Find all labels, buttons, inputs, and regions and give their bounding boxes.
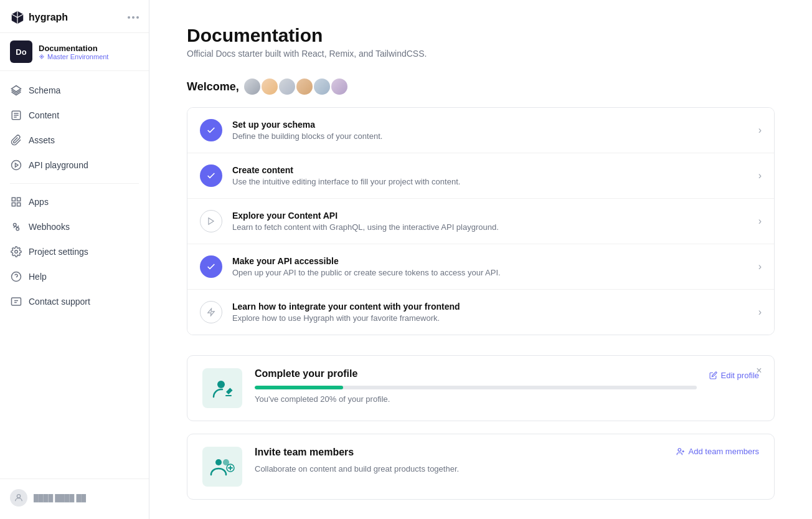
- logo-text: hygraph: [29, 12, 68, 23]
- progress-bar-track: [255, 386, 697, 389]
- step-desc-4: Open up your API to the public or create…: [232, 268, 748, 277]
- team-card-inner: Invite team members Collaborate on conte…: [202, 447, 759, 487]
- sidebar-item-assets[interactable]: Assets: [0, 128, 149, 152]
- step-icon-completed: [200, 119, 222, 141]
- sidebar-item-schema[interactable]: Schema: [0, 79, 149, 102]
- svg-marker-18: [208, 308, 215, 316]
- step-create-content[interactable]: Create content Use the intuitive editing…: [187, 153, 774, 199]
- team-card-actions: Add team members: [676, 447, 759, 457]
- welcome-prefix: Welcome,: [187, 80, 239, 93]
- main-content: Documentation Official Docs starter buil…: [149, 0, 812, 519]
- profile-illustration: [202, 368, 242, 408]
- apps-label: Apps: [29, 197, 49, 207]
- project-info[interactable]: Do Documentation Master Environment: [0, 33, 149, 71]
- chevron-right-icon-5: ›: [758, 307, 762, 318]
- edit-icon: [10, 109, 22, 121]
- sidebar-item-help[interactable]: Help: [0, 265, 149, 288]
- api-playground-label: API playground: [29, 160, 88, 170]
- welcome-avatar-strip: [244, 79, 347, 95]
- step-title-5: Learn how to integrate your content with…: [232, 302, 748, 312]
- svg-point-25: [677, 448, 681, 451]
- chevron-right-icon-3: ›: [758, 216, 762, 227]
- layers-icon: [10, 84, 22, 97]
- logo-icon: [10, 10, 25, 25]
- profile-status: You've completed 20% of your profile.: [255, 394, 697, 404]
- schema-label: Schema: [29, 85, 60, 95]
- sidebar-item-webhooks[interactable]: Webhooks: [0, 215, 149, 239]
- svg-rect-9: [17, 198, 21, 201]
- add-team-label: Add team members: [689, 447, 759, 456]
- profile-card-inner: Complete your profile You've completed 2…: [202, 368, 759, 408]
- page-title: Documentation: [187, 25, 775, 46]
- step-icon-completed-4: [200, 255, 222, 278]
- profile-card-body: Complete your profile You've completed 2…: [255, 368, 697, 404]
- close-button[interactable]: ×: [753, 364, 765, 377]
- webhook-icon: [10, 221, 22, 233]
- step-content: Set up your schema Define the building b…: [232, 120, 748, 141]
- add-team-members-link[interactable]: Add team members: [676, 447, 759, 456]
- svg-rect-8: [12, 198, 15, 201]
- user-name: ████ ████ ██: [34, 494, 86, 502]
- webhooks-label: Webhooks: [29, 222, 70, 232]
- chevron-right-icon-4: ›: [758, 261, 762, 272]
- svg-point-20: [215, 459, 222, 465]
- grid-icon: [10, 196, 22, 208]
- user-row[interactable]: ████ ████ ██: [0, 484, 149, 512]
- svg-point-12: [15, 250, 18, 254]
- step-content-3: Explore your Content API Learn to fetch …: [232, 211, 748, 232]
- step-icon-pending-5: [200, 301, 222, 323]
- edit-profile-link[interactable]: Edit profile: [709, 371, 759, 380]
- step-desc: Define the building blocks of your conte…: [232, 131, 748, 141]
- sidebar-item-api-playground[interactable]: API playground: [0, 153, 149, 177]
- step-title-4: Make your API accessible: [232, 256, 748, 266]
- content-label: Content: [29, 110, 59, 120]
- welcome-heading: Welcome,: [187, 79, 775, 95]
- profile-card-actions: Edit profile: [709, 368, 759, 381]
- step-icon-completed-2: [200, 164, 222, 187]
- team-illustration: [202, 447, 242, 487]
- step-set-up-schema[interactable]: Set up your schema Define the building b…: [187, 108, 774, 153]
- nav-section: Schema Content Assets: [0, 71, 149, 479]
- project-avatar: Do: [10, 40, 32, 63]
- step-explore-api[interactable]: Explore your Content API Learn to fetch …: [187, 199, 774, 244]
- svg-point-19: [217, 381, 225, 388]
- svg-rect-10: [12, 203, 15, 206]
- add-person-icon: [676, 447, 685, 456]
- env-icon: [39, 54, 45, 60]
- steps-list: Set up your schema Define the building b…: [187, 107, 775, 335]
- help-circle-icon: [10, 270, 22, 283]
- project-settings-label: Project settings: [29, 247, 88, 257]
- play-icon: [10, 159, 22, 171]
- sidebar-item-contact-support[interactable]: Contact support: [0, 290, 149, 313]
- step-desc-3: Learn to fetch content with GraphQL, usi…: [232, 222, 748, 232]
- step-integrate-frontend[interactable]: Learn how to integrate your content with…: [187, 290, 774, 335]
- team-card-title: Invite team members: [255, 447, 664, 458]
- project-env: Master Environment: [39, 53, 108, 60]
- chevron-right-icon-2: ›: [758, 170, 762, 181]
- svg-rect-15: [12, 298, 21, 305]
- step-desc-2: Use the intuitive editing interface to f…: [232, 177, 748, 186]
- sidebar-item-apps[interactable]: Apps: [0, 190, 149, 214]
- settings-icon: [10, 245, 22, 258]
- sidebar-bottom: ████ ████ ██: [0, 479, 149, 519]
- profile-card: × Complete your profile You've completed…: [187, 355, 775, 421]
- team-card-desc: Collaborate on content and build great p…: [255, 464, 664, 474]
- step-api-accessible[interactable]: Make your API accessible Open up your AP…: [187, 244, 774, 290]
- step-content-2: Create content Use the intuitive editing…: [232, 165, 748, 186]
- nav-divider: [10, 183, 139, 184]
- step-title-3: Explore your Content API: [232, 211, 748, 221]
- page-subtitle: Official Docs starter built with React, …: [187, 49, 775, 59]
- edit-pencil-icon: [709, 371, 717, 379]
- hygraph-logo[interactable]: hygraph: [10, 10, 68, 25]
- team-card-body: Invite team members Collaborate on conte…: [255, 447, 664, 474]
- sidebar-item-project-settings[interactable]: Project settings: [0, 240, 149, 264]
- contact-support-label: Contact support: [29, 297, 90, 307]
- step-content-4: Make your API accessible Open up your AP…: [232, 256, 748, 277]
- step-title: Set up your schema: [232, 120, 748, 130]
- sidebar-header: hygraph: [0, 0, 149, 33]
- step-desc-5: Explore how to use Hygraph with your fav…: [232, 313, 748, 323]
- sidebar-item-content[interactable]: Content: [0, 103, 149, 127]
- project-name-group: Documentation Master Environment: [39, 44, 108, 60]
- dots-menu[interactable]: [128, 16, 139, 19]
- sidebar: hygraph Do Documentation Master Environm…: [0, 0, 149, 519]
